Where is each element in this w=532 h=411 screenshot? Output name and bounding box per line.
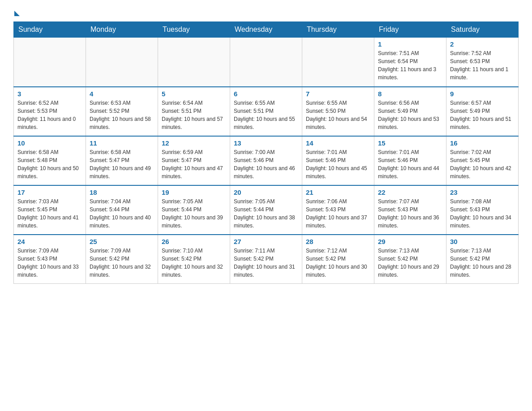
day-info: Sunrise: 6:52 AMSunset: 5:53 PMDaylight:… [17, 99, 82, 131]
calendar-cell: 2Sunrise: 7:52 AMSunset: 6:53 PMDaylight… [446, 38, 519, 87]
day-info: Sunrise: 6:53 AMSunset: 5:52 PMDaylight:… [90, 99, 154, 131]
calendar-cell: 10Sunrise: 6:58 AMSunset: 5:48 PMDayligh… [14, 136, 86, 185]
day-number: 5 [162, 90, 226, 98]
calendar-cell: 21Sunrise: 7:06 AMSunset: 5:43 PMDayligh… [302, 185, 374, 235]
calendar-cell: 13Sunrise: 7:00 AMSunset: 5:46 PMDayligh… [230, 136, 302, 185]
day-number: 13 [234, 139, 298, 147]
calendar-cell: 4Sunrise: 6:53 AMSunset: 5:52 PMDaylight… [86, 87, 158, 136]
day-number: 18 [90, 188, 154, 196]
calendar-cell: 12Sunrise: 6:59 AMSunset: 5:47 PMDayligh… [158, 136, 230, 185]
weekday-header-row: SundayMondayTuesdayWednesdayThursdayFrid… [14, 22, 519, 38]
calendar-cell: 17Sunrise: 7:03 AMSunset: 5:45 PMDayligh… [14, 185, 86, 235]
day-number: 27 [234, 238, 298, 245]
calendar-header: SundayMondayTuesdayWednesdayThursdayFrid… [14, 22, 519, 38]
day-number: 8 [378, 90, 442, 98]
day-info: Sunrise: 7:52 AMSunset: 6:53 PMDaylight:… [450, 49, 515, 81]
day-info: Sunrise: 7:08 AMSunset: 5:43 PMDaylight:… [450, 197, 515, 230]
weekday-header-thursday: Thursday [302, 22, 374, 38]
day-info: Sunrise: 6:54 AMSunset: 5:51 PMDaylight:… [162, 99, 226, 131]
calendar-cell [14, 38, 86, 87]
weekday-header-tuesday: Tuesday [158, 22, 230, 38]
day-info: Sunrise: 7:01 AMSunset: 5:46 PMDaylight:… [378, 148, 442, 180]
day-info: Sunrise: 7:07 AMSunset: 5:43 PMDaylight:… [378, 197, 442, 230]
calendar-cell: 15Sunrise: 7:01 AMSunset: 5:46 PMDayligh… [374, 136, 446, 185]
day-info: Sunrise: 7:12 AMSunset: 5:42 PMDaylight:… [306, 247, 370, 279]
calendar-body: 1Sunrise: 7:51 AMSunset: 6:54 PMDaylight… [14, 38, 519, 284]
day-info: Sunrise: 7:10 AMSunset: 5:42 PMDaylight:… [162, 247, 226, 279]
calendar-cell: 19Sunrise: 7:05 AMSunset: 5:44 PMDayligh… [158, 185, 230, 235]
day-number: 14 [306, 139, 370, 147]
day-info: Sunrise: 6:58 AMSunset: 5:48 PMDaylight:… [17, 148, 82, 180]
day-number: 30 [450, 238, 515, 245]
calendar-cell: 9Sunrise: 6:57 AMSunset: 5:49 PMDaylight… [446, 87, 519, 136]
calendar-cell: 29Sunrise: 7:13 AMSunset: 5:42 PMDayligh… [374, 235, 446, 284]
day-number: 16 [450, 139, 515, 147]
day-info: Sunrise: 6:55 AMSunset: 5:51 PMDaylight:… [234, 99, 298, 131]
weekday-header-friday: Friday [374, 22, 446, 38]
weekday-header-monday: Monday [86, 22, 158, 38]
calendar-cell: 5Sunrise: 6:54 AMSunset: 5:51 PMDaylight… [158, 87, 230, 136]
weekday-header-saturday: Saturday [446, 22, 519, 38]
day-info: Sunrise: 7:05 AMSunset: 5:44 PMDaylight:… [234, 197, 298, 230]
day-info: Sunrise: 6:58 AMSunset: 5:47 PMDaylight:… [90, 148, 154, 180]
day-info: Sunrise: 7:51 AMSunset: 6:54 PMDaylight:… [378, 49, 442, 81]
day-number: 11 [90, 139, 154, 147]
day-number: 25 [90, 238, 154, 245]
calendar-week-1: 1Sunrise: 7:51 AMSunset: 6:54 PMDaylight… [14, 38, 519, 87]
calendar-cell: 6Sunrise: 6:55 AMSunset: 5:51 PMDaylight… [230, 87, 302, 136]
day-number: 12 [162, 139, 226, 147]
day-number: 10 [17, 139, 82, 147]
calendar-cell [158, 38, 230, 87]
day-info: Sunrise: 7:13 AMSunset: 5:42 PMDaylight:… [378, 247, 442, 279]
calendar-week-4: 17Sunrise: 7:03 AMSunset: 5:45 PMDayligh… [14, 185, 519, 235]
calendar-cell [230, 38, 302, 87]
calendar-cell: 14Sunrise: 7:01 AMSunset: 5:46 PMDayligh… [302, 136, 374, 185]
day-info: Sunrise: 6:59 AMSunset: 5:47 PMDaylight:… [162, 148, 226, 180]
day-info: Sunrise: 7:01 AMSunset: 5:46 PMDaylight:… [306, 148, 370, 180]
calendar-week-3: 10Sunrise: 6:58 AMSunset: 5:48 PMDayligh… [14, 136, 519, 185]
calendar-cell: 20Sunrise: 7:05 AMSunset: 5:44 PMDayligh… [230, 185, 302, 235]
day-number: 9 [450, 90, 515, 98]
day-info: Sunrise: 7:02 AMSunset: 5:45 PMDaylight:… [450, 148, 515, 180]
calendar-cell: 24Sunrise: 7:09 AMSunset: 5:43 PMDayligh… [14, 235, 86, 284]
calendar-cell: 23Sunrise: 7:08 AMSunset: 5:43 PMDayligh… [446, 185, 519, 235]
calendar-cell: 18Sunrise: 7:04 AMSunset: 5:44 PMDayligh… [86, 185, 158, 235]
calendar-cell: 28Sunrise: 7:12 AMSunset: 5:42 PMDayligh… [302, 235, 374, 284]
day-info: Sunrise: 7:05 AMSunset: 5:44 PMDaylight:… [162, 197, 226, 230]
calendar-table: SundayMondayTuesdayWednesdayThursdayFrid… [13, 21, 519, 284]
day-number: 17 [17, 188, 82, 196]
day-number: 15 [378, 139, 442, 147]
calendar-cell: 3Sunrise: 6:52 AMSunset: 5:53 PMDaylight… [14, 87, 86, 136]
day-number: 7 [306, 90, 370, 98]
calendar-cell: 1Sunrise: 7:51 AMSunset: 6:54 PMDaylight… [374, 38, 446, 87]
day-number: 19 [162, 188, 226, 196]
calendar-cell: 16Sunrise: 7:02 AMSunset: 5:45 PMDayligh… [446, 136, 519, 185]
day-info: Sunrise: 7:00 AMSunset: 5:46 PMDaylight:… [234, 148, 298, 180]
logo [13, 9, 20, 14]
calendar-cell: 25Sunrise: 7:09 AMSunset: 5:42 PMDayligh… [86, 235, 158, 284]
day-number: 24 [17, 238, 82, 245]
day-number: 2 [450, 40, 515, 48]
day-info: Sunrise: 7:13 AMSunset: 5:42 PMDaylight:… [450, 247, 515, 279]
calendar-cell: 8Sunrise: 6:56 AMSunset: 5:49 PMDaylight… [374, 87, 446, 136]
calendar-week-5: 24Sunrise: 7:09 AMSunset: 5:43 PMDayligh… [14, 235, 519, 284]
calendar-cell: 11Sunrise: 6:58 AMSunset: 5:47 PMDayligh… [86, 136, 158, 185]
day-number: 21 [306, 188, 370, 196]
day-number: 4 [90, 90, 154, 98]
day-info: Sunrise: 7:06 AMSunset: 5:43 PMDaylight:… [306, 197, 370, 230]
weekday-header-wednesday: Wednesday [230, 22, 302, 38]
day-number: 1 [378, 40, 442, 48]
calendar-cell [302, 38, 374, 87]
calendar-cell: 22Sunrise: 7:07 AMSunset: 5:43 PMDayligh… [374, 185, 446, 235]
weekday-header-sunday: Sunday [14, 22, 86, 38]
day-info: Sunrise: 7:09 AMSunset: 5:43 PMDaylight:… [17, 247, 82, 279]
day-info: Sunrise: 7:09 AMSunset: 5:42 PMDaylight:… [90, 247, 154, 279]
day-number: 3 [17, 90, 82, 98]
calendar-cell: 26Sunrise: 7:10 AMSunset: 5:42 PMDayligh… [158, 235, 230, 284]
page-header [13, 9, 519, 14]
logo-arrow-icon [14, 11, 20, 16]
day-number: 6 [234, 90, 298, 98]
calendar-cell: 7Sunrise: 6:55 AMSunset: 5:50 PMDaylight… [302, 87, 374, 136]
day-info: Sunrise: 6:57 AMSunset: 5:49 PMDaylight:… [450, 99, 515, 131]
day-info: Sunrise: 7:11 AMSunset: 5:42 PMDaylight:… [234, 247, 298, 279]
